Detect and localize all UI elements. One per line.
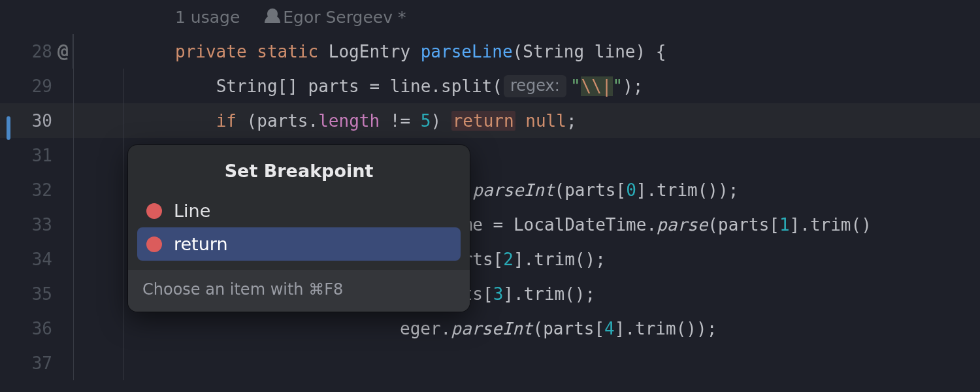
gutter[interactable]: 28 @ [0,42,72,61]
popup-title: Set Breakpoint [128,145,470,194]
code-fragment: eger. [400,319,451,338]
indent-guide [72,103,175,138]
keyword: if [216,111,237,131]
code-fragment: ].trim()); [615,319,717,338]
gutter[interactable]: 33 [0,215,72,235]
line-number: 36 [32,319,52,338]
line-number: 31 [32,146,52,165]
code-fragment: (parts[ [533,319,605,338]
gutter[interactable]: 37 [0,353,72,373]
code-line-current[interactable]: 30 if (parts.length != 5) return null; [0,103,980,138]
popup-footer-hint: Choose an item with ⌘F8 [128,270,470,312]
breakpoint-option-line[interactable]: Line [137,194,461,227]
string-quote: " [613,76,623,96]
line-number: 34 [32,250,52,269]
gutter[interactable]: 35 [0,284,72,304]
number-literal: 4 [604,319,615,338]
gutter[interactable]: 32 [0,180,72,200]
indent-guide [72,34,175,69]
code-text[interactable]: if (parts.length != 5) return null; [175,103,577,138]
set-breakpoint-popup[interactable]: Set Breakpoint Line return Choose an ite… [128,145,470,312]
indent-guide [72,311,175,346]
keyword: private [175,42,247,61]
signature: (String line) { [513,42,666,61]
type-name: LogEntry [329,42,410,61]
code-text[interactable]: String[] parts = line.split(regex:"\\|")… [175,69,644,103]
static-method: parse [657,215,708,235]
code-line[interactable]: 36 eger.parseInt(parts[4].trim()); [0,311,980,346]
operator: != [380,111,421,131]
breakpoint-icon [146,203,162,219]
option-label: Line [174,201,210,221]
code-fragment: String[] parts = line.split( [216,76,502,96]
code-fragment: ].trim() [790,215,872,235]
number-literal: 1 [779,215,790,235]
code-fragment: ime = LocalDateTime. [452,215,657,235]
code-fragment: ].trim()); [636,180,739,200]
option-label: return [174,234,228,254]
param-hint: regex: [504,75,566,97]
override-gutter-icon[interactable]: @ [57,41,69,62]
gutter[interactable]: 34 [0,250,72,269]
number-literal: 0 [626,180,636,200]
current-line-marker [7,116,10,140]
static-method: parseInt [472,180,554,200]
keyword: static [257,42,318,61]
code-text[interactable]: eger.parseInt(parts[4].trim()); [175,311,717,346]
gutter[interactable]: 29 [0,76,72,96]
code-fragment: ].trim(); [514,250,606,269]
indent-guide [72,346,175,380]
indent-guide [72,69,175,103]
code-fragment: ) [431,111,451,131]
usages-hint[interactable]: 1 usage [175,8,240,27]
escape-seq: \\| [581,76,613,96]
method-name: parseLine [421,42,513,61]
code-line[interactable]: 28 @ private static LogEntry parseLine(S… [0,34,980,69]
semicolon: ; [566,111,577,131]
line-number: 30 [32,111,52,131]
line-number: 28 [32,42,52,61]
field-name: length [318,111,380,131]
code-line[interactable]: 29 String[] parts = line.split(regex:"\\… [0,69,980,103]
line-number: 32 [32,180,52,200]
code-fragment: (parts[ [708,215,779,235]
gutter[interactable]: 31 [0,146,72,165]
author-hint[interactable]: Egor Sergeev * [267,8,406,27]
breakpoint-icon [146,237,162,252]
gutter[interactable]: 36 [0,319,72,338]
popup-items: Line return [128,194,470,270]
static-method: parseInt [451,319,532,338]
string-quote: " [570,76,581,96]
line-number: 29 [32,76,52,96]
null-literal: null [525,111,566,131]
author-icon [267,8,278,19]
code-fragment: ].trim(); [503,284,595,304]
code-fragment: ); [623,76,643,96]
keyword-return: return [451,111,515,131]
code-fragment: (parts. [237,111,318,131]
number-literal: 5 [421,111,431,131]
line-number: 35 [32,284,52,304]
code-text[interactable]: private static LogEntry parseLine(String… [175,34,666,69]
author-name: Egor Sergeev * [283,8,406,27]
code-line[interactable]: 37 [0,346,980,380]
breakpoint-option-return[interactable]: return [137,227,461,261]
number-literal: 3 [493,284,504,304]
line-number: 37 [32,353,52,373]
gutter[interactable]: 30 [0,111,72,131]
inlay-hints-row: 1 usage Egor Sergeev * [0,0,980,34]
line-number: 33 [32,215,52,235]
code-fragment: (parts[ [555,180,627,200]
number-literal: 2 [503,250,514,269]
